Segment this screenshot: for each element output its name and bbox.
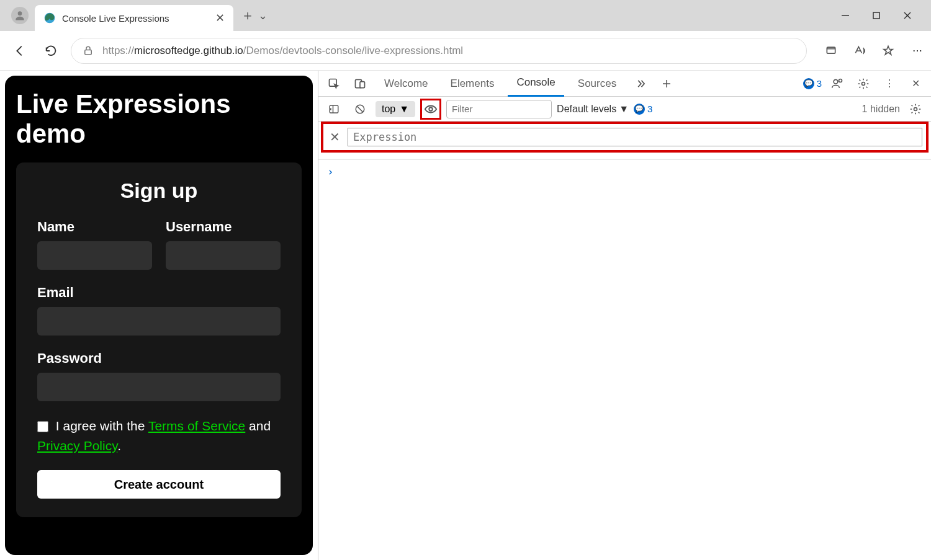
console-prompt-icon: › <box>318 160 931 183</box>
live-expression-button-highlight <box>420 99 441 120</box>
url-text: https://microsoftedge.github.io/Demos/de… <box>102 45 463 57</box>
page-heading: Live Expressions demo <box>16 89 302 149</box>
live-expression-input[interactable] <box>348 128 922 146</box>
tab-console[interactable]: Console <box>508 71 564 97</box>
devtools-menu-icon[interactable]: ⋮ <box>879 73 900 94</box>
svg-point-16 <box>429 107 433 111</box>
console-toolbar: top▼ Default levels▼ 💬3 1 hidden <box>318 97 931 122</box>
signup-card: Sign up Name Username Email Pa <box>16 162 302 517</box>
email-input[interactable] <box>37 307 281 336</box>
password-input[interactable] <box>37 373 281 401</box>
browser-navbar: https://microsoftedge.github.io/Demos/de… <box>0 31 931 71</box>
minimize-button[interactable] <box>838 8 853 23</box>
context-selector[interactable]: top▼ <box>376 101 415 117</box>
inspect-element-icon[interactable] <box>323 73 344 94</box>
email-label: Email <box>37 285 281 301</box>
create-live-expression-icon[interactable] <box>423 101 439 117</box>
settings-icon[interactable] <box>853 73 874 94</box>
close-tab-icon[interactable]: ✕ <box>215 11 225 25</box>
browser-tab[interactable]: Console Live Expressions ✕ <box>35 5 233 31</box>
back-button[interactable] <box>9 40 31 62</box>
tab-title: Console Live Expressions <box>62 13 209 24</box>
console-filter-input[interactable] <box>446 100 552 118</box>
svg-rect-6 <box>85 50 92 55</box>
edge-favicon-icon <box>43 12 56 24</box>
svg-point-12 <box>839 79 842 82</box>
name-label: Name <box>37 219 152 235</box>
agree-checkbox[interactable] <box>37 421 48 432</box>
agree-text: I agree with the Terms of Service and Pr… <box>37 416 281 455</box>
close-window-button[interactable] <box>900 8 915 23</box>
tab-actions-dropdown-icon[interactable]: ⌄ <box>258 9 268 22</box>
privacy-link[interactable]: Privacy Policy <box>37 438 117 453</box>
svg-rect-3 <box>873 12 879 19</box>
tos-link[interactable]: Terms of Service <box>148 419 245 433</box>
name-input[interactable] <box>37 241 152 270</box>
console-settings-icon[interactable] <box>905 99 926 120</box>
close-devtools-icon[interactable]: ✕ <box>905 73 926 94</box>
hidden-messages-text[interactable]: 1 hidden <box>862 104 900 115</box>
favorites-icon[interactable] <box>879 42 897 60</box>
toggle-sidebar-icon[interactable] <box>323 99 344 120</box>
refresh-button[interactable] <box>40 40 62 62</box>
svg-point-0 <box>18 11 22 16</box>
add-tab-icon[interactable] <box>656 73 677 94</box>
devtools-tabbar: Welcome Elements Console Sources 💬3 ⋮ ✕ <box>318 71 931 97</box>
browser-titlebar: Console Live Expressions ✕ ＋ ⌄ <box>0 0 931 31</box>
read-aloud-icon[interactable] <box>850 42 869 60</box>
window-controls <box>838 8 926 23</box>
svg-point-17 <box>914 107 917 110</box>
live-expression-row-highlight: ✕ <box>321 122 929 153</box>
username-label: Username <box>166 219 281 235</box>
message-count-badge[interactable]: 💬3 <box>634 104 652 115</box>
webpage-content: Live Expressions demo Sign up Name Usern… <box>0 71 318 560</box>
profile-icon[interactable] <box>11 7 29 24</box>
new-tab-button[interactable]: ＋ <box>241 6 254 25</box>
console-output[interactable]: › <box>318 159 931 560</box>
svg-rect-10 <box>360 81 365 87</box>
tab-sources[interactable]: Sources <box>569 71 625 97</box>
device-toggle-icon[interactable] <box>349 73 371 94</box>
address-bar[interactable]: https://microsoftedge.github.io/Demos/de… <box>71 38 807 64</box>
tab-welcome[interactable]: Welcome <box>376 71 437 97</box>
more-tabs-icon[interactable] <box>630 73 651 94</box>
password-label: Password <box>37 350 281 367</box>
devtools-panel: Welcome Elements Console Sources 💬3 ⋮ ✕ … <box>318 71 931 560</box>
menu-button[interactable]: ⋯ <box>912 45 922 56</box>
tab-elements[interactable]: Elements <box>442 71 503 97</box>
app-mode-icon[interactable] <box>822 42 840 60</box>
clear-console-icon[interactable] <box>349 99 371 120</box>
log-levels-dropdown[interactable]: Default levels▼ <box>557 104 629 115</box>
svg-point-13 <box>862 82 865 85</box>
issues-badge[interactable]: 💬3 <box>803 78 822 89</box>
create-account-button[interactable]: Create account <box>37 470 281 499</box>
maximize-button[interactable] <box>869 8 884 23</box>
feedback-icon[interactable] <box>827 73 848 94</box>
svg-rect-7 <box>827 47 835 53</box>
svg-point-11 <box>834 79 838 84</box>
lock-icon <box>83 45 94 56</box>
username-input[interactable] <box>166 241 281 270</box>
remove-expression-icon[interactable]: ✕ <box>327 130 343 144</box>
card-title: Sign up <box>37 179 281 203</box>
